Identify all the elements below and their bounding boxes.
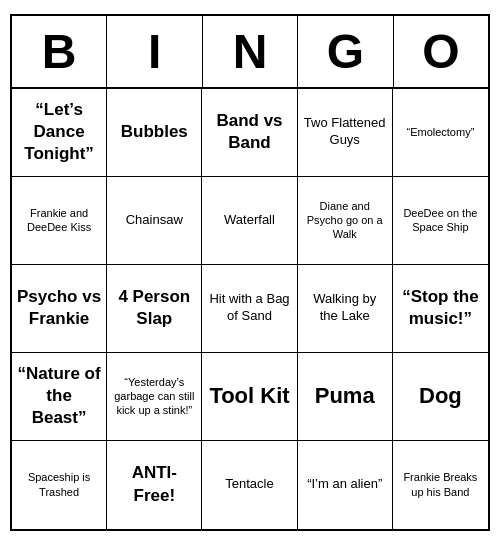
bingo-cell-2: Band vs Band <box>202 89 297 177</box>
bingo-cell-13: Walking by the Lake <box>298 265 393 353</box>
bingo-header: BINGO <box>12 16 488 89</box>
header-letter-g: G <box>298 16 393 87</box>
bingo-cell-24: Frankie Breaks up his Band <box>393 441 488 529</box>
bingo-cell-14: “Stop the music!” <box>393 265 488 353</box>
bingo-cell-0: “Let’s Dance Tonight” <box>12 89 107 177</box>
bingo-cell-7: Waterfall <box>202 177 297 265</box>
bingo-cell-18: Puma <box>298 353 393 441</box>
bingo-cell-15: “Nature of the Beast” <box>12 353 107 441</box>
bingo-cell-6: Chainsaw <box>107 177 202 265</box>
bingo-cell-11: 4 Person Slap <box>107 265 202 353</box>
bingo-cell-17: Tool Kit <box>202 353 297 441</box>
header-letter-n: N <box>203 16 298 87</box>
bingo-cell-10: Psycho vs Frankie <box>12 265 107 353</box>
bingo-cell-1: Bubbles <box>107 89 202 177</box>
header-letter-o: O <box>394 16 488 87</box>
header-letter-b: B <box>12 16 107 87</box>
bingo-cell-23: “I’m an alien” <box>298 441 393 529</box>
bingo-cell-19: Dog <box>393 353 488 441</box>
bingo-grid: “Let’s Dance Tonight”BubblesBand vs Band… <box>12 89 488 529</box>
bingo-cell-3: Two Flattened Guys <box>298 89 393 177</box>
header-letter-i: I <box>107 16 202 87</box>
bingo-cell-12: Hit with a Bag of Sand <box>202 265 297 353</box>
bingo-cell-22: Tentacle <box>202 441 297 529</box>
bingo-cell-20: Spaceship is Trashed <box>12 441 107 529</box>
bingo-cell-21: ANTI-Free! <box>107 441 202 529</box>
bingo-card: BINGO “Let’s Dance Tonight”BubblesBand v… <box>10 14 490 531</box>
bingo-cell-8: Diane and Psycho go on a Walk <box>298 177 393 265</box>
bingo-cell-5: Frankie and DeeDee Kiss <box>12 177 107 265</box>
bingo-cell-9: DeeDee on the Space Ship <box>393 177 488 265</box>
bingo-cell-4: “Emolectomy” <box>393 89 488 177</box>
bingo-cell-16: “Yesterday’s garbage can still kick up a… <box>107 353 202 441</box>
